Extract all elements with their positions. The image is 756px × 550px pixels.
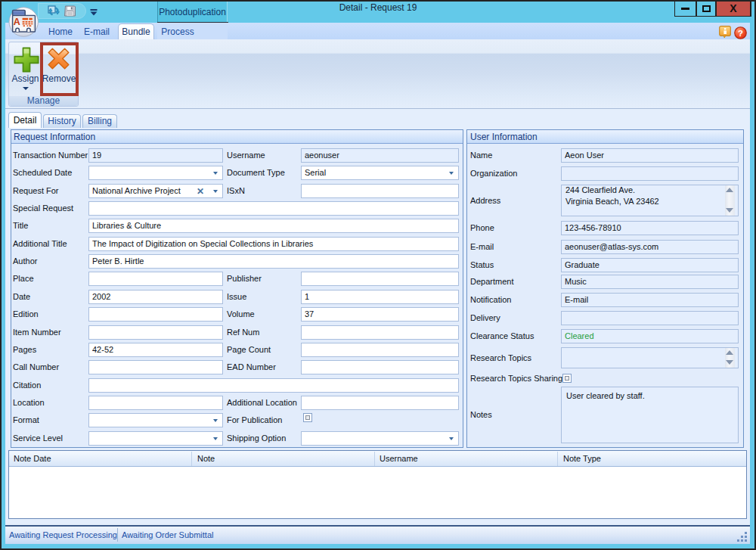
- svg-text:A: A: [14, 17, 20, 27]
- svg-text:?: ?: [738, 29, 743, 38]
